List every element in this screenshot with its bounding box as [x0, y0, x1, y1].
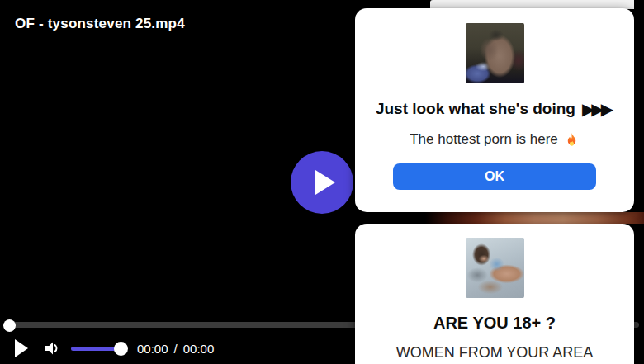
fire-icon [564, 132, 580, 148]
video-title: OF - tysonsteven 25.mp4 [15, 16, 185, 32]
play-icon [315, 170, 335, 195]
volume-icon [44, 340, 60, 357]
time-separator: / [174, 342, 178, 356]
ad-heading-top: Just look what she's doing ▶▶▶ [376, 100, 613, 118]
ad-subtext-top: The hottest porn is here [410, 131, 580, 148]
ad-thumbnail-bottom[interactable] [466, 238, 524, 298]
ad-heading-bottom: ARE YOU 18+ ? [433, 314, 556, 333]
time-display: 00:00 / 00:00 [137, 342, 214, 356]
ad-popup-bottom: ARE YOU 18+ ? WOMEN FROM YOUR AREA [355, 224, 634, 364]
big-play-button[interactable] [291, 151, 353, 214]
play-button[interactable] [15, 339, 28, 357]
mute-button[interactable] [44, 340, 60, 357]
background-image-strip [355, 212, 644, 224]
duration: 00:00 [183, 342, 215, 356]
ad-subtext-bottom: WOMEN FROM YOUR AREA [396, 344, 594, 362]
player-controls: 00:00 / 00:00 [0, 333, 355, 364]
current-time: 00:00 [137, 342, 168, 356]
volume-handle[interactable] [114, 342, 128, 356]
ad-popup-top: Just look what she's doing ▶▶▶ The hotte… [355, 8, 634, 212]
ad-heading-top-text: Just look what she's doing [376, 100, 575, 118]
volume-slider[interactable] [71, 347, 121, 351]
seek-handle[interactable] [3, 319, 16, 332]
ad-thumbnail-top[interactable] [466, 23, 524, 83]
triple-play-arrows-icon: ▶▶▶ [582, 101, 613, 117]
ok-button[interactable]: OK [393, 163, 596, 190]
ad-subtext-top-text: The hottest porn is here [410, 131, 558, 148]
